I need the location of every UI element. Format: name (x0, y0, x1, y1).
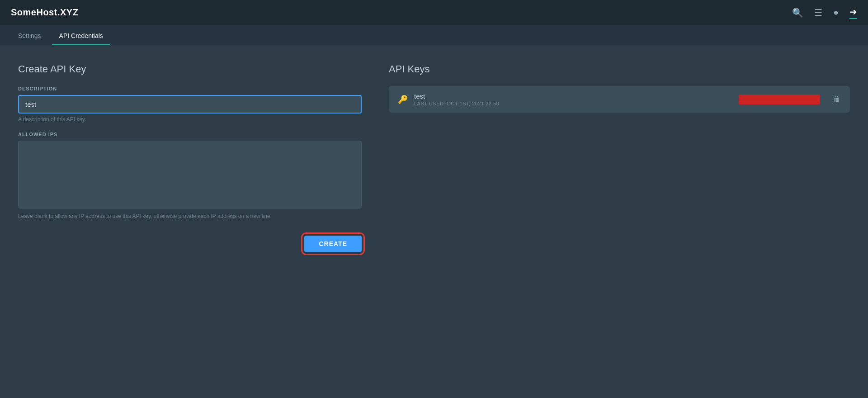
delete-key-button[interactable]: 🗑 (833, 95, 841, 104)
topbar-icons: 🔍 ☰ ● ➔ (792, 6, 857, 19)
tabbar: Settings API Credentials (0, 25, 868, 45)
description-input[interactable] (18, 95, 362, 114)
description-group: DESCRIPTION A description of this API ke… (18, 86, 362, 123)
key-name: test (414, 92, 732, 100)
api-keys-panel: API Keys 🔑 test LAST USED: OCT 1ST, 2021… (389, 63, 850, 380)
allowed-ips-label: ALLOWED IPS (18, 132, 362, 137)
allowed-ips-group: ALLOWED IPS Leave blank to allow any IP … (18, 132, 362, 219)
description-hint: A description of this API key. (18, 116, 362, 123)
create-api-key-panel: Create API Key DESCRIPTION A description… (18, 63, 362, 380)
key-info: test LAST USED: OCT 1ST, 2021 22:50 (414, 92, 732, 106)
layers-icon[interactable]: ☰ (814, 7, 822, 18)
create-button[interactable]: CREATE (304, 236, 362, 252)
topbar: SomeHost.XYZ 🔍 ☰ ● ➔ (0, 0, 868, 25)
exit-icon[interactable]: ➔ (849, 6, 857, 19)
allowed-ips-hint: Leave blank to allow any IP address to u… (18, 213, 362, 219)
app-logo: SomeHost.XYZ (11, 7, 78, 18)
key-icon: 🔑 (398, 95, 408, 104)
key-last-used: LAST USED: OCT 1ST, 2021 22:50 (414, 101, 732, 106)
description-label: DESCRIPTION (18, 86, 362, 91)
main-content: Create API Key DESCRIPTION A description… (0, 45, 868, 398)
tab-settings[interactable]: Settings (11, 28, 48, 45)
create-api-key-title: Create API Key (18, 63, 362, 75)
tab-api-credentials[interactable]: API Credentials (52, 28, 110, 45)
account-icon[interactable]: ● (833, 7, 839, 18)
search-icon[interactable]: 🔍 (792, 7, 803, 18)
api-key-item: 🔑 test LAST USED: OCT 1ST, 2021 22:50 🗑 (389, 86, 850, 113)
api-keys-title: API Keys (389, 63, 850, 75)
api-keys-list: 🔑 test LAST USED: OCT 1ST, 2021 22:50 🗑 (389, 86, 850, 113)
key-value-redacted (739, 95, 820, 104)
allowed-ips-input[interactable] (18, 141, 362, 208)
